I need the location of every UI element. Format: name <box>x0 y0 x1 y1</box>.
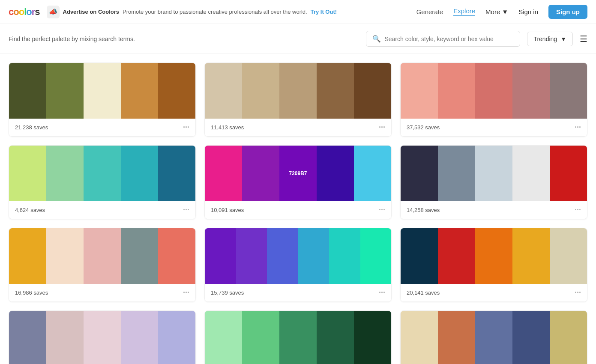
palette-more-button[interactable]: ··· <box>575 123 581 132</box>
color-swatch[interactable] <box>401 146 438 201</box>
color-swatch[interactable] <box>121 146 158 201</box>
color-swatch[interactable] <box>438 228 475 284</box>
palette-swatches[interactable] <box>9 311 195 364</box>
color-swatch[interactable] <box>354 311 391 364</box>
color-swatch[interactable] <box>438 63 475 119</box>
palette-more-button[interactable]: ··· <box>379 288 385 297</box>
color-swatch[interactable] <box>242 63 279 119</box>
color-swatch[interactable] <box>329 228 360 284</box>
color-swatch[interactable] <box>158 228 195 284</box>
palette-more-button[interactable]: ··· <box>575 206 581 215</box>
sign-in-link[interactable]: Sign in <box>518 8 538 15</box>
color-swatch[interactable] <box>475 311 512 364</box>
color-swatch[interactable] <box>46 63 84 119</box>
palette-swatches[interactable] <box>401 311 587 364</box>
color-swatch[interactable] <box>512 311 550 364</box>
color-swatch[interactable] <box>9 146 46 201</box>
palette-swatches[interactable] <box>401 63 587 119</box>
color-swatch[interactable] <box>550 228 587 284</box>
color-swatch[interactable] <box>279 63 317 119</box>
color-swatch[interactable] <box>84 63 121 119</box>
color-swatch[interactable] <box>360 228 392 284</box>
search-input[interactable] <box>384 36 514 42</box>
saves-count: 15,739 saves <box>211 289 244 296</box>
color-swatch[interactable] <box>438 146 475 201</box>
color-swatch[interactable] <box>317 63 354 119</box>
palette-more-button[interactable]: ··· <box>183 123 189 132</box>
color-swatch[interactable] <box>46 146 84 201</box>
color-swatch[interactable]: 7209B7 <box>279 146 317 201</box>
palette-swatches[interactable] <box>401 146 587 201</box>
palette-card: 4,624 saves··· <box>9 145 196 219</box>
palette-swatches[interactable] <box>401 228 587 284</box>
palette-swatches[interactable] <box>9 63 195 119</box>
color-swatch[interactable] <box>9 63 46 119</box>
ad-cta-link[interactable]: Try It Out! <box>311 9 337 15</box>
color-swatch[interactable] <box>512 63 550 119</box>
color-swatch[interactable] <box>475 63 512 119</box>
color-swatch[interactable] <box>354 63 391 119</box>
color-swatch[interactable] <box>205 228 236 284</box>
color-swatch[interactable] <box>298 228 329 284</box>
color-swatch[interactable] <box>401 228 438 284</box>
palette-swatches[interactable] <box>9 228 195 284</box>
saves-count: 10,091 saves <box>211 207 244 213</box>
palette-footer: 11,413 saves··· <box>205 119 391 136</box>
color-swatch[interactable] <box>242 146 279 201</box>
color-swatch[interactable] <box>438 311 475 364</box>
color-swatch[interactable] <box>317 146 354 201</box>
nav-explore[interactable]: Explore <box>453 7 475 16</box>
trending-label: Trending <box>533 36 557 42</box>
palette-swatches[interactable] <box>205 311 391 364</box>
color-swatch[interactable] <box>84 311 121 364</box>
color-swatch[interactable] <box>9 228 46 284</box>
color-swatch[interactable] <box>158 311 195 364</box>
color-swatch[interactable] <box>475 146 512 201</box>
color-swatch[interactable] <box>121 228 158 284</box>
color-swatch[interactable] <box>158 146 195 201</box>
sign-up-button[interactable]: Sign up <box>548 5 587 19</box>
nav-more[interactable]: More ▼ <box>485 8 508 15</box>
color-swatch[interactable] <box>317 311 354 364</box>
palette-swatches[interactable] <box>9 146 195 201</box>
color-swatch[interactable] <box>401 311 438 364</box>
palette-swatches[interactable] <box>205 63 391 119</box>
color-swatch[interactable] <box>84 146 121 201</box>
palette-more-button[interactable]: ··· <box>379 206 385 215</box>
search-tagline: Find the perfect palette by mixing searc… <box>9 36 359 42</box>
color-swatch[interactable] <box>267 228 298 284</box>
color-swatch[interactable] <box>475 228 512 284</box>
color-swatch[interactable] <box>205 311 242 364</box>
color-swatch[interactable] <box>512 146 550 201</box>
color-swatch[interactable] <box>46 228 84 284</box>
color-swatch[interactable] <box>550 146 587 201</box>
trending-dropdown[interactable]: Trending ▼ <box>527 32 573 46</box>
color-swatch[interactable] <box>279 311 317 364</box>
color-swatch[interactable] <box>236 228 267 284</box>
color-swatch[interactable] <box>158 63 195 119</box>
palette-swatches[interactable] <box>205 228 391 284</box>
palette-swatches[interactable]: 7209B7 <box>205 146 391 201</box>
palette-more-button[interactable]: ··· <box>575 288 581 297</box>
color-swatch[interactable] <box>512 228 550 284</box>
color-swatch[interactable] <box>354 146 391 201</box>
menu-icon[interactable]: ☰ <box>580 34 587 44</box>
color-swatch[interactable] <box>205 146 242 201</box>
palette-more-button[interactable]: ··· <box>183 206 189 215</box>
palette-more-button[interactable]: ··· <box>379 123 385 132</box>
color-swatch[interactable] <box>46 311 84 364</box>
color-swatch[interactable] <box>401 63 438 119</box>
color-swatch[interactable] <box>550 63 587 119</box>
color-swatch[interactable] <box>9 311 46 364</box>
nav-generate[interactable]: Generate <box>416 8 443 15</box>
palette-footer: 37,532 saves··· <box>401 119 587 136</box>
palette-card: saves··· <box>9 310 196 364</box>
color-swatch[interactable] <box>242 311 279 364</box>
color-swatch[interactable] <box>550 311 587 364</box>
color-swatch[interactable] <box>84 228 121 284</box>
color-swatch[interactable] <box>121 63 158 119</box>
color-swatch[interactable] <box>205 63 242 119</box>
logo[interactable]: coolors <box>9 6 40 18</box>
color-swatch[interactable] <box>121 311 158 364</box>
palette-more-button[interactable]: ··· <box>183 288 189 297</box>
